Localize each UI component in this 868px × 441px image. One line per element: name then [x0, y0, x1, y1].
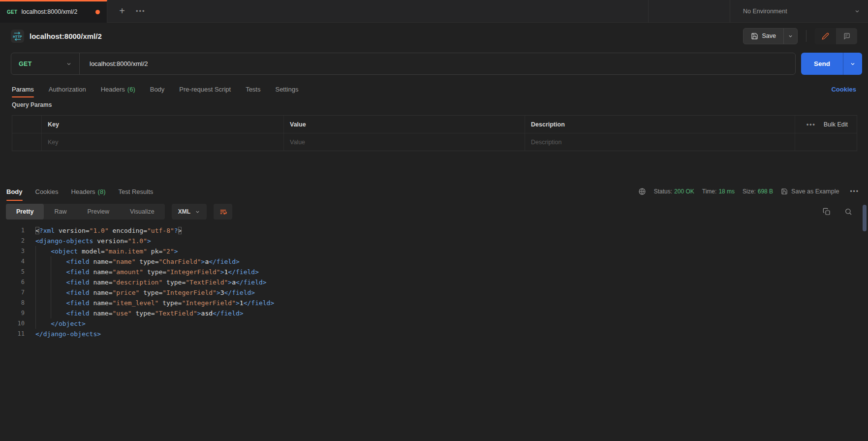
wrap-text-button[interactable] — [214, 204, 232, 220]
save-icon — [781, 188, 788, 195]
response-tab-headers[interactable]: Headers(8) — [71, 182, 105, 201]
query-params-table: Key Value Description ••• Bulk Edit Key … — [12, 115, 857, 151]
view-visualize[interactable]: Visualize — [120, 204, 165, 220]
environment-label: No Environment — [743, 8, 787, 15]
save-button-group: Save — [743, 28, 798, 44]
header-separator — [806, 30, 806, 42]
url-input[interactable]: localhost:8000/xml/2 — [80, 60, 795, 67]
cookies-link[interactable]: Cookies — [831, 79, 856, 99]
line-number: 6 — [0, 277, 25, 287]
comment-icon — [843, 32, 850, 40]
edit-button[interactable] — [815, 28, 836, 44]
topbar-divider — [648, 0, 649, 23]
copy-icon — [823, 208, 831, 216]
request-tabs: ParamsAuthorizationHeaders(6)BodyPre-req… — [0, 79, 868, 99]
view-raw[interactable]: Raw — [44, 204, 77, 220]
key-input[interactable]: Key — [42, 133, 284, 151]
response-body-code: 1<?xml version="1.0" encoding="utf-8"?>2… — [0, 225, 868, 441]
request-tab[interactable]: GET localhost:8000/xml/2 — [0, 0, 107, 23]
code-line: 8 <field name="item_level" type="Integer… — [0, 298, 868, 308]
search-icon — [844, 208, 852, 216]
search-response-button[interactable] — [844, 208, 852, 216]
request-header: HTTP localhost:8000/xml/2 Save — [0, 23, 868, 49]
code-line: 7 <field name="price" type="IntegerField… — [0, 287, 868, 298]
save-options-button[interactable] — [784, 29, 797, 44]
line-number: 1 — [0, 225, 25, 236]
value-input[interactable]: Value — [284, 133, 525, 151]
line-number: 2 — [0, 236, 25, 246]
unsaved-changes-dot-icon — [95, 10, 100, 14]
tab-options-button[interactable]: ••• — [136, 7, 146, 15]
key-column-header: Key — [42, 116, 284, 133]
chevron-down-icon — [788, 33, 793, 39]
description-input[interactable]: Description — [525, 133, 795, 151]
line-number: 7 — [0, 287, 25, 298]
view-switcher: PrettyRawPreviewVisualize — [6, 204, 165, 220]
code-line: 2<django-objects version="1.0"> — [0, 236, 868, 246]
send-button-group: Send — [801, 53, 862, 75]
method-dropdown[interactable]: GET — [11, 53, 79, 74]
tab-tests[interactable]: Tests — [246, 79, 260, 99]
top-tab-bar: GET localhost:8000/xml/2 + ••• No Enviro… — [0, 0, 868, 23]
response-tab-cookies[interactable]: Cookies — [35, 182, 59, 201]
row-select-cell — [12, 133, 42, 151]
line-number: 9 — [0, 308, 25, 318]
pencil-icon — [822, 32, 829, 40]
table-options-button[interactable]: ••• — [806, 121, 816, 128]
line-number: 8 — [0, 298, 25, 308]
select-column-header — [12, 116, 42, 133]
description-column-header: Description — [525, 116, 795, 133]
tab-settings[interactable]: Settings — [275, 79, 298, 99]
request-tab-method: GET — [7, 9, 17, 15]
response-tab-test-results[interactable]: Test Results — [119, 182, 154, 201]
chevron-down-icon — [66, 61, 72, 67]
response-tab-body[interactable]: Body — [6, 182, 23, 201]
response-tabs: BodyCookiesHeaders(8)Test Results — [6, 182, 153, 201]
response-meta: Status:200 OK Time:18 ms Size:698 B Save… — [638, 188, 859, 195]
code-scrollbar-thumb[interactable] — [863, 205, 867, 231]
view-pretty[interactable]: Pretty — [6, 204, 44, 220]
copy-response-button[interactable] — [823, 208, 831, 216]
send-button[interactable]: Send — [801, 53, 843, 75]
row-controls-cell — [795, 133, 857, 151]
query-params-header-row: Key Value Description ••• Bulk Edit — [12, 116, 857, 133]
comments-button[interactable] — [836, 28, 857, 44]
query-params-heading: Query Params — [12, 101, 52, 108]
tab-params[interactable]: Params — [12, 79, 34, 99]
code-line: 1<?xml version="1.0" encoding="utf-8"?> — [0, 225, 868, 236]
format-dropdown[interactable]: XML — [172, 204, 207, 220]
status-badge: Status:200 OK — [654, 188, 694, 195]
url-field: GET localhost:8000/xml/2 — [11, 53, 796, 75]
code-line: 10 </object> — [0, 318, 868, 329]
http-request-icon: HTTP — [11, 30, 24, 43]
size-badge: Size:698 B — [743, 188, 773, 195]
environment-selector[interactable]: No Environment — [730, 0, 868, 23]
code-line: 6 <field name="description" type="TextFi… — [0, 277, 868, 287]
response-options-button[interactable]: ••• — [850, 188, 859, 195]
time-badge: Time:18 ms — [702, 188, 735, 195]
view-preview[interactable]: Preview — [77, 204, 119, 220]
code-line: 3 <object model="main.item" pk="2"> — [0, 246, 868, 256]
tab-headers[interactable]: Headers(6) — [101, 79, 135, 99]
chevron-down-icon — [195, 209, 200, 215]
format-label: XML — [178, 208, 190, 215]
tab-body[interactable]: Body — [150, 79, 165, 99]
save-as-example-button[interactable]: Save as Example — [781, 188, 839, 195]
wrap-text-icon — [219, 208, 227, 216]
tab-pre-request-script[interactable]: Pre-request Script — [179, 79, 231, 99]
table-controls: ••• Bulk Edit — [795, 116, 857, 133]
code-scrollbar — [863, 204, 867, 437]
svg-text:HTTP: HTTP — [13, 34, 22, 38]
line-number: 11 — [0, 329, 25, 339]
save-button[interactable]: Save — [744, 29, 784, 44]
code-line: 9 <field name="use" type="TextField">asd… — [0, 308, 868, 318]
tab-authorization[interactable]: Authorization — [49, 79, 86, 99]
line-number: 5 — [0, 267, 25, 277]
method-label: GET — [19, 61, 32, 67]
bulk-edit-button[interactable]: Bulk Edit — [824, 121, 848, 128]
response-toolbar: PrettyRawPreviewVisualize XML — [6, 204, 862, 220]
new-tab-button[interactable]: + — [115, 4, 129, 18]
send-options-button[interactable] — [843, 53, 862, 75]
network-globe-icon[interactable] — [638, 188, 646, 195]
request-tab-title: localhost:8000/xml/2 — [21, 8, 77, 15]
